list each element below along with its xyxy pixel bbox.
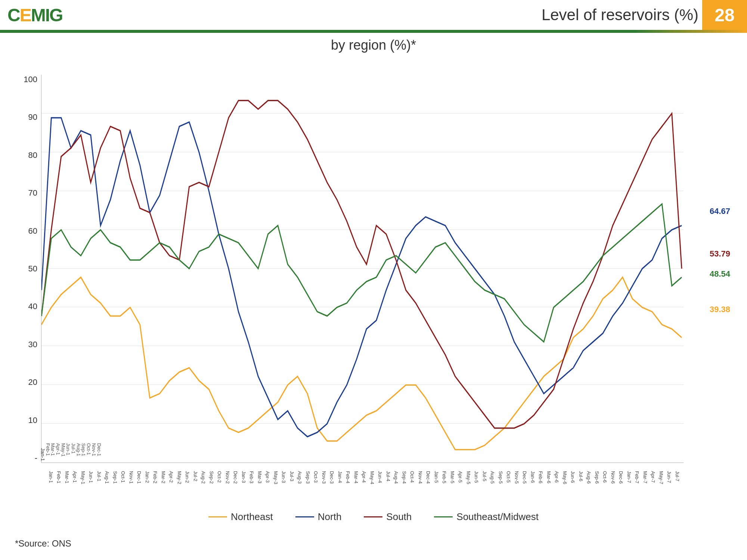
- svg-text:Jan-5: Jan-5: [434, 471, 439, 483]
- svg-text:Apr-4: Apr-4: [361, 471, 366, 483]
- y-label-30: 30: [28, 340, 37, 349]
- north-end-value: 64.67: [710, 206, 730, 216]
- y-label-40: 40: [28, 302, 37, 311]
- y-label-20: 20: [28, 377, 37, 387]
- south-line: [41, 100, 682, 428]
- svg-text:Jun-1: Jun-1: [88, 471, 93, 483]
- svg-text:Oct-4: Oct-4: [409, 471, 415, 483]
- legend-item-southeast: Southeast/Midwest: [434, 511, 539, 523]
- svg-text:Dec-3: Dec-3: [329, 471, 334, 484]
- svg-text:Feb-1: Feb-1: [45, 443, 51, 456]
- svg-text:Sep-3: Sep-3: [305, 471, 310, 484]
- svg-text:Apr-1: Apr-1: [55, 443, 61, 455]
- svg-text:Mar-6: Mar-6: [546, 471, 551, 483]
- north-line: [41, 118, 682, 436]
- svg-text:May-4: May-4: [369, 471, 375, 484]
- svg-text:Mar-1: Mar-1: [64, 471, 69, 483]
- svg-text:Jun-6: Jun-6: [570, 471, 575, 483]
- svg-text:Mar-3: Mar-3: [257, 471, 262, 483]
- svg-text:Nov-6: Nov-6: [610, 471, 616, 484]
- svg-text:Mar-2: Mar-2: [161, 471, 166, 483]
- svg-text:Dec-2: Dec-2: [233, 471, 238, 484]
- svg-text:Feb-6: Feb-6: [538, 471, 543, 483]
- legend-item-south: South: [364, 511, 412, 523]
- svg-text:Sep-1: Sep-1: [81, 443, 86, 456]
- svg-text:Nov-4: Nov-4: [418, 471, 423, 484]
- svg-text:May-6: May-6: [562, 471, 567, 484]
- svg-text:Jan-3: Jan-3: [241, 471, 246, 483]
- svg-text:Feb-5: Feb-5: [441, 471, 447, 483]
- svg-text:Dec-1: Dec-1: [136, 471, 142, 484]
- svg-text:May-7: May-7: [658, 471, 664, 484]
- svg-text:Aug-1: Aug-1: [104, 471, 109, 484]
- svg-text:Aug-3: Aug-3: [297, 471, 302, 484]
- y-axis: - 10 20 30 40 50 60 70 80 90 100: [15, 75, 41, 463]
- source-text: *Source: ONS: [15, 538, 71, 549]
- header: CEMIG Level of reservoirs (%) 28: [0, 0, 747, 30]
- chart-svg: [41, 75, 684, 463]
- svg-text:Jul-1: Jul-1: [96, 471, 102, 482]
- svg-text:Feb-7: Feb-7: [634, 471, 639, 483]
- svg-text:Sep-6: Sep-6: [594, 471, 599, 484]
- svg-text:May-2: May-2: [177, 471, 182, 484]
- legend-line-southeast: [434, 516, 453, 517]
- svg-text:Oct-1: Oct-1: [120, 471, 125, 483]
- legend-label-north: North: [318, 511, 342, 523]
- svg-text:Nov-2: Nov-2: [225, 471, 230, 484]
- svg-text:Aug-4: Aug-4: [393, 471, 399, 484]
- svg-text:Feb-2: Feb-2: [152, 471, 158, 483]
- svg-text:Oct-3: Oct-3: [313, 471, 318, 483]
- northeast-line: [41, 277, 682, 450]
- logo-area: CEMIG: [0, 0, 82, 30]
- svg-text:Jul-7: Jul-7: [675, 471, 680, 482]
- svg-text:Jun-5: Jun-5: [474, 471, 479, 483]
- chart-area: [41, 75, 684, 463]
- svg-text:Apr-5: Apr-5: [458, 471, 463, 483]
- northeast-end-value: 39.38: [710, 305, 730, 314]
- end-values: 64.67 53.79 48.54 39.38: [687, 75, 732, 463]
- svg-text:May-3: May-3: [273, 471, 278, 484]
- legend-line-south: [364, 516, 382, 517]
- svg-text:Apr-3: Apr-3: [265, 471, 270, 483]
- svg-text:Oct-2: Oct-2: [217, 471, 222, 483]
- y-label-80: 80: [28, 150, 37, 160]
- svg-text:Jun-2: Jun-2: [185, 471, 190, 483]
- svg-text:Jul-5: Jul-5: [482, 471, 487, 482]
- svg-text:Nov-1: Nov-1: [128, 471, 134, 484]
- legend-label-northeast: Northeast: [231, 511, 273, 523]
- chart-container: - 10 20 30 40 50 60 70 80 90 100: [15, 75, 732, 485]
- svg-text:Apr-7: Apr-7: [650, 471, 655, 483]
- svg-text:Jan-2: Jan-2: [145, 471, 150, 483]
- svg-text:Jun-1: Jun-1: [65, 443, 71, 455]
- subtitle: by region (%)*: [0, 37, 747, 53]
- svg-text:Apr-6: Apr-6: [554, 471, 559, 483]
- svg-text:Nov-3: Nov-3: [321, 471, 326, 484]
- svg-text:Feb-4: Feb-4: [345, 471, 350, 483]
- svg-text:May-5: May-5: [466, 471, 471, 484]
- svg-text:Mar-1: Mar-1: [50, 443, 56, 456]
- header-stripe: [0, 30, 747, 33]
- legend: Northeast North South Southeast/Midwest: [0, 511, 747, 523]
- y-label-60: 60: [28, 226, 37, 236]
- svg-text:Feb-3: Feb-3: [249, 471, 254, 483]
- svg-text:Jul-6: Jul-6: [578, 471, 583, 482]
- y-label-100: 100: [24, 75, 37, 84]
- svg-text:Sep-4: Sep-4: [402, 471, 407, 484]
- svg-text:Jun-3: Jun-3: [281, 471, 286, 483]
- svg-text:Dec-4: Dec-4: [425, 471, 431, 484]
- svg-text:Apr-1: Apr-1: [72, 471, 77, 483]
- svg-text:Sep-1: Sep-1: [112, 471, 118, 484]
- logo: CEMIG: [7, 5, 62, 25]
- svg-text:Jul-4: Jul-4: [385, 471, 391, 482]
- page-title: Level of reservoirs (%): [542, 6, 702, 24]
- svg-text:Dec-5: Dec-5: [522, 471, 527, 484]
- svg-text:Mar-4: Mar-4: [353, 471, 359, 483]
- svg-text:Aug-5: Aug-5: [490, 471, 495, 484]
- y-label-0: -: [35, 453, 37, 463]
- legend-line-northeast: [208, 516, 227, 517]
- svg-text:Mar-5: Mar-5: [450, 471, 455, 483]
- svg-text:Aug-6: Aug-6: [586, 471, 591, 484]
- svg-text:Oct-5: Oct-5: [506, 471, 511, 483]
- svg-text:Dec-6: Dec-6: [618, 471, 623, 484]
- svg-text:Aug-2: Aug-2: [201, 471, 206, 484]
